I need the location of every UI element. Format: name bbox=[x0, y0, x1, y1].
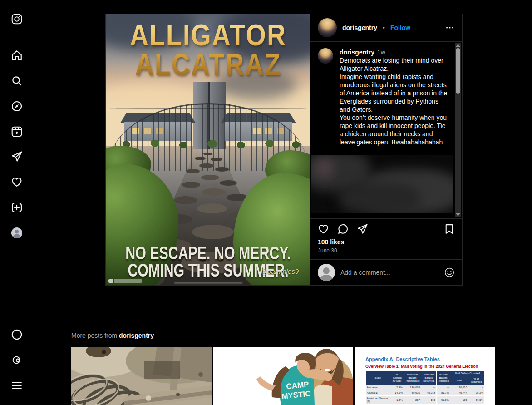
add-comment-row bbox=[310, 259, 462, 285]
author-avatar[interactable] bbox=[318, 18, 337, 37]
post-panel: dorisgentry • Follow dorisgentry1w Democ… bbox=[310, 14, 462, 285]
table-row: Alabama5.9%140,668----126,018-- bbox=[366, 385, 485, 390]
home-icon[interactable] bbox=[11, 49, 23, 61]
table-cell: 14.3% bbox=[390, 390, 404, 396]
poster-title: ALLIGATOR ALCATRAZ bbox=[106, 20, 310, 79]
instagram-logo-icon[interactable] bbox=[11, 13, 23, 25]
table-cell: 99.5% bbox=[468, 396, 485, 405]
scrollbar-thumb[interactable] bbox=[456, 48, 460, 94]
like-icon[interactable] bbox=[318, 223, 329, 235]
document-subheading: Overview Table 1: Mail Voting in the 202… bbox=[365, 364, 495, 369]
threads-icon[interactable] bbox=[11, 354, 23, 366]
caption-avatar[interactable] bbox=[318, 48, 333, 64]
table-cell: 81.7% bbox=[437, 390, 450, 396]
more-posts-grid: CAMP MYSTIC Appendix A: Descriptive Tabl… bbox=[71, 347, 495, 405]
comments-scroll-area: dorisgentry1w Democrats are losing their… bbox=[310, 42, 462, 218]
machinery-art bbox=[71, 347, 212, 405]
document-heading: Appendix A: Descriptive Tables bbox=[365, 356, 495, 362]
action-bar bbox=[310, 218, 462, 237]
poster-billing-block bbox=[174, 282, 242, 284]
hamburger-menu-icon[interactable] bbox=[11, 380, 23, 391]
caption-block: dorisgentry1w Democrats are losing their… bbox=[310, 42, 462, 146]
paper-plane-icon[interactable] bbox=[11, 151, 23, 163]
table-cell: 91.8% bbox=[437, 396, 450, 405]
table-cell: 49,018 bbox=[421, 390, 437, 396]
poster-watermark: @Jammles9 bbox=[261, 267, 299, 275]
profile-avatar[interactable] bbox=[11, 227, 23, 239]
thumbnail-document[interactable]: Appendix A: Descriptive Tables Overview … bbox=[355, 347, 495, 405]
comment-icon[interactable] bbox=[337, 223, 349, 235]
section-divider bbox=[71, 308, 494, 308]
heart-icon[interactable] bbox=[11, 176, 23, 188]
caption-text: Democrats are losing their mind over All… bbox=[340, 56, 448, 146]
follow-button[interactable]: Follow bbox=[390, 24, 410, 31]
post-date: June 30 bbox=[310, 246, 462, 259]
table-cell: 207 bbox=[404, 396, 421, 405]
table-cell: 60,035 bbox=[404, 390, 421, 396]
poster-credit-logo bbox=[108, 279, 142, 283]
table-cell: 140,668 bbox=[404, 385, 421, 390]
table-cell: 46,744 bbox=[450, 390, 468, 396]
table-cell: -- bbox=[437, 385, 450, 390]
caption-username[interactable]: dorisgentry bbox=[340, 49, 374, 56]
thumbnail-machinery[interactable] bbox=[71, 347, 212, 405]
more-posts-heading: More posts from dorisgentry bbox=[71, 332, 154, 339]
table-cell: -- bbox=[421, 385, 437, 390]
emoji-icon[interactable] bbox=[444, 267, 455, 278]
blurred-attachment-image[interactable] bbox=[311, 155, 453, 213]
table-cell: Alabama bbox=[366, 385, 390, 390]
search-icon[interactable] bbox=[11, 75, 23, 87]
table-cell: 5.9% bbox=[390, 385, 404, 390]
thumbnail-jesus-painting[interactable]: CAMP MYSTIC bbox=[213, 347, 353, 405]
sidebar bbox=[0, 0, 33, 405]
post-card: ALLIGATOR ALCATRAZ NO ESCAPE. NO MERCY. … bbox=[105, 14, 463, 286]
caption-time: 1w bbox=[377, 49, 385, 56]
painting-art: CAMP MYSTIC bbox=[213, 347, 353, 405]
plus-square-icon[interactable] bbox=[11, 202, 23, 213]
table-cell: Alaska[1] bbox=[366, 390, 390, 396]
save-bookmark-icon[interactable] bbox=[443, 223, 455, 235]
viewer-avatar bbox=[318, 264, 335, 281]
comment-input[interactable] bbox=[340, 269, 438, 276]
table-row: American Samoa [2]1.3%20719091.8%18999.5… bbox=[366, 396, 485, 405]
more-posts-username[interactable]: dorisgentry bbox=[119, 332, 154, 339]
table-cell: 189 bbox=[450, 396, 468, 405]
likes-count[interactable]: 100 likes bbox=[310, 237, 462, 246]
scroll-down-arrow[interactable] bbox=[456, 213, 460, 216]
scroll-up-arrow[interactable] bbox=[456, 44, 460, 47]
more-options-icon[interactable] bbox=[445, 23, 455, 33]
table-cell: 126,018 bbox=[450, 385, 468, 390]
post-media-image[interactable]: ALLIGATOR ALCATRAZ NO ESCAPE. NO MERCY. … bbox=[106, 14, 310, 285]
table-row: Alaska[1]14.3%60,03549,01881.7%46,74495.… bbox=[366, 390, 485, 396]
separator-dot: • bbox=[383, 24, 385, 31]
mail-voting-table: State % Turnout by Mail Total Mail Ballo… bbox=[365, 370, 485, 405]
meta-ai-circle-icon[interactable] bbox=[11, 329, 23, 341]
table-cell: 95.2% bbox=[468, 390, 485, 396]
instagram-app: ALLIGATOR ALCATRAZ NO ESCAPE. NO MERCY. … bbox=[0, 0, 532, 405]
scrollbar[interactable] bbox=[455, 43, 461, 217]
table-cell: 1.3% bbox=[390, 396, 404, 405]
table-cell: 190 bbox=[421, 396, 437, 405]
reels-icon[interactable] bbox=[11, 126, 23, 138]
author-username[interactable]: dorisgentry bbox=[342, 24, 377, 31]
share-icon[interactable] bbox=[357, 223, 368, 235]
table-cell: American Samoa [2] bbox=[366, 396, 390, 405]
table-cell: -- bbox=[468, 385, 485, 390]
post-header: dorisgentry • Follow bbox=[310, 14, 462, 42]
compass-icon[interactable] bbox=[11, 100, 23, 112]
